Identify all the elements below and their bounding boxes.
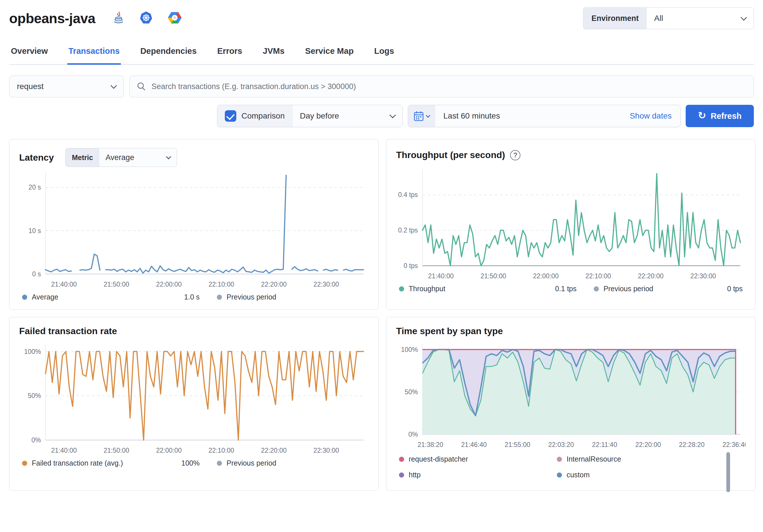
series-dot (557, 457, 562, 462)
series-dot (399, 457, 404, 462)
series-dot (594, 286, 599, 291)
transaction-filter-row: request (9, 75, 754, 97)
svg-text:22:10:00: 22:10:00 (208, 447, 234, 454)
comparison-checkbox[interactable] (225, 110, 236, 122)
chevron-down-icon (389, 112, 396, 119)
svg-text:22:00:00: 22:00:00 (156, 447, 182, 454)
svg-text:0.2 tps: 0.2 tps (398, 227, 418, 234)
tab-errors[interactable]: Errors (216, 43, 244, 64)
page-title: opbeans-java (9, 11, 95, 26)
comparison-label: Comparison (242, 111, 285, 121)
kubernetes-icon (140, 11, 153, 26)
legend-item[interactable]: Failed transaction rate (avg.) 100% (22, 459, 200, 467)
series-dot (217, 295, 222, 300)
svg-text:22:30:00: 22:30:00 (313, 280, 339, 288)
search-icon (137, 82, 146, 91)
legend-item[interactable]: InternalResource (557, 455, 714, 463)
svg-text:50%: 50% (28, 392, 41, 399)
comparison-toggle[interactable]: Comparison (217, 105, 292, 127)
legend-item[interactable]: Average 1.0 s (22, 293, 200, 301)
svg-text:22:00:00: 22:00:00 (533, 272, 559, 280)
svg-text:22:20:00: 22:20:00 (638, 272, 664, 280)
svg-text:22:03:20: 22:03:20 (548, 441, 574, 448)
legend-item[interactable]: custom (557, 471, 714, 479)
svg-text:0 tps: 0 tps (403, 262, 418, 269)
environment-value[interactable]: All (647, 8, 754, 29)
search-input[interactable] (152, 82, 747, 91)
chevron-down-icon (426, 113, 430, 118)
date-picker-group: Last 60 minutes Show dates (408, 105, 681, 127)
svg-text:22:30:00: 22:30:00 (313, 447, 339, 454)
show-dates-link[interactable]: Show dates (621, 105, 680, 127)
throughput-legend: Throughput 0.1 tps Previous period 0 tps (396, 283, 745, 296)
search-transactions-box (130, 75, 754, 97)
latency-chart: 20 s10 s0 s21:40:0021:50:0022:00:0022:10… (19, 170, 369, 290)
refresh-button[interactable]: ↻ Refresh (686, 105, 754, 127)
date-picker-quick-menu[interactable] (408, 105, 435, 127)
series-dot (399, 473, 404, 478)
svg-text:22:30:00: 22:30:00 (690, 272, 716, 280)
svg-text:22:20:00: 22:20:00 (261, 280, 287, 288)
svg-text:22:28:20: 22:28:20 (679, 441, 705, 448)
svg-text:21:38:20: 21:38:20 (418, 441, 443, 448)
google-cloud-icon (167, 11, 182, 25)
span-type-legend: request-dispatcher InternalResource http… (396, 452, 717, 485)
svg-text:10 s: 10 s (29, 227, 41, 235)
throughput-panel: Throughput (per second) ? 0.4 tps0.2 tps… (386, 139, 756, 309)
chevron-down-icon (111, 82, 117, 89)
time-controls-row: Comparison Day before (9, 105, 754, 127)
service-tech-icons (113, 11, 182, 26)
comparison-period-select[interactable]: Day before (292, 105, 402, 127)
svg-text:21:55:00: 21:55:00 (505, 441, 530, 448)
help-icon[interactable]: ? (510, 150, 520, 160)
java-icon (113, 11, 125, 26)
refresh-icon: ↻ (698, 111, 706, 120)
service-header: opbeans-java (9, 0, 754, 29)
tab-jvms[interactable]: JVMs (262, 43, 286, 64)
throughput-title: Throughput (per second) (396, 150, 505, 160)
latency-metric-select[interactable]: Metric Average (65, 148, 177, 167)
legend-item[interactable]: Previous period (217, 459, 366, 467)
time-range-value[interactable]: Last 60 minutes (435, 105, 621, 127)
svg-text:22:11:40: 22:11:40 (592, 441, 617, 448)
series-dot (22, 295, 27, 300)
service-tabs: Overview Transactions Dependencies Error… (9, 43, 754, 65)
svg-text:0 s: 0 s (32, 270, 41, 278)
svg-text:22:36:40: 22:36:40 (722, 441, 745, 448)
tab-logs[interactable]: Logs (373, 43, 395, 64)
chevron-down-icon (741, 14, 747, 21)
tab-overview[interactable]: Overview (10, 43, 49, 64)
latency-legend: Average 1.0 s Previous period (19, 291, 369, 304)
comparison-group: Comparison Day before (217, 105, 403, 127)
throughput-chart: 0.4 tps0.2 tps0 tps21:40:0021:50:0022:00… (396, 167, 745, 282)
failed-rate-panel: Failed transaction rate 100%50%0%21:40:0… (9, 317, 379, 491)
span-type-panel: Time spent by span type 100%50%0%21:38:2… (386, 317, 756, 491)
svg-text:0%: 0% (32, 436, 41, 444)
legend-item[interactable]: Previous period (217, 293, 366, 301)
tab-service-map[interactable]: Service Map (304, 43, 355, 64)
legend-item[interactable]: Previous period 0 tps (594, 285, 743, 293)
charts-grid: Latency Metric Average 20 s10 s0 s21:40:… (9, 139, 754, 491)
svg-text:0.4 tps: 0.4 tps (398, 191, 418, 198)
legend-scrollbar[interactable] (726, 452, 730, 492)
series-dot (557, 473, 562, 478)
transaction-type-select[interactable]: request (9, 75, 124, 97)
calendar-icon (414, 111, 424, 121)
svg-text:21:46:40: 21:46:40 (461, 441, 487, 448)
svg-text:21:50:00: 21:50:00 (104, 280, 130, 288)
environment-select[interactable]: Environment All (583, 7, 754, 29)
legend-item[interactable]: Throughput 0.1 tps (399, 285, 577, 293)
failed-rate-title: Failed transaction rate (19, 326, 117, 336)
latency-title: Latency (19, 152, 54, 163)
svg-text:22:10:00: 22:10:00 (208, 280, 234, 288)
svg-text:22:00:00: 22:00:00 (156, 280, 182, 288)
svg-text:21:40:00: 21:40:00 (51, 280, 77, 288)
svg-text:0%: 0% (408, 431, 418, 438)
tab-transactions[interactable]: Transactions (67, 43, 121, 65)
svg-text:21:40:00: 21:40:00 (51, 447, 77, 454)
legend-item[interactable]: http (399, 471, 557, 479)
legend-item[interactable]: request-dispatcher (399, 455, 557, 463)
series-dot (217, 461, 222, 466)
failed-rate-chart: 100%50%0%21:40:0021:50:0022:00:0022:10:0… (19, 342, 369, 456)
tab-dependencies[interactable]: Dependencies (139, 43, 198, 64)
